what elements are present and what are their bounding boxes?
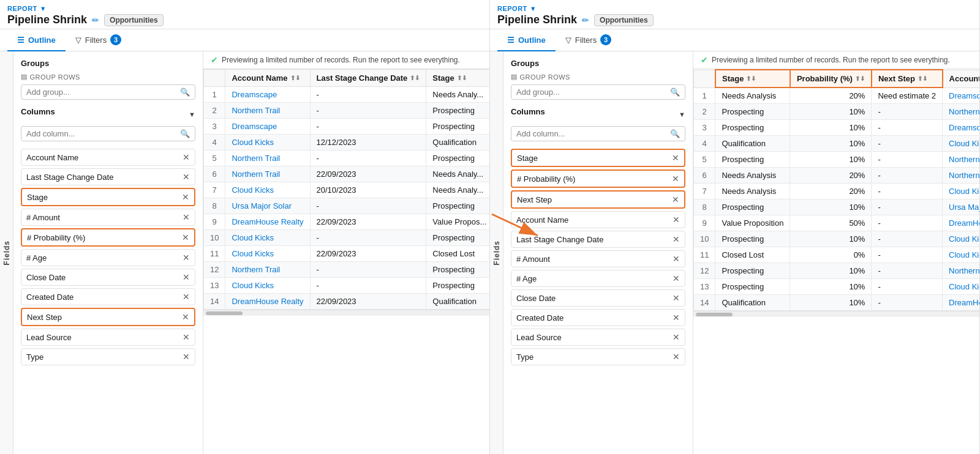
close-lead-source-left[interactable]: ✕ [183,332,190,342]
row-account[interactable]: Northern Trail [225,166,310,182]
row-account[interactable]: Northern Trail [943,168,979,184]
row-account[interactable]: Ursa Major Solar [943,199,979,215]
scroll-thumb-left[interactable] [206,311,243,315]
col-created-date-left[interactable]: Created Date ✕ [21,288,195,305]
row-account[interactable]: Northern Trail [943,263,979,279]
col-header-account-right[interactable]: Account Name ⬆⬇ [943,70,979,87]
tab-outline-right[interactable]: ☰ Outline [497,29,556,51]
row-account[interactable]: Dreamscape [943,120,979,136]
row-account[interactable]: DreamHouse Realty [943,215,979,231]
col-amount-right[interactable]: # Amount ✕ [511,250,685,267]
row-account[interactable]: DreamHouse Realty [225,214,310,230]
add-group-input-left[interactable] [26,87,176,97]
row-account[interactable]: Cloud Kicks [943,279,979,295]
tab-outline-left[interactable]: ☰ Outline [7,29,66,51]
scroll-thumb-right[interactable] [696,313,733,316]
close-created-date-left[interactable]: ✕ [183,292,190,302]
close-amount-left[interactable]: ✕ [183,212,190,222]
row-account[interactable]: Northern Trail [943,104,979,120]
col-close-date-left[interactable]: Close Date ✕ [21,269,195,286]
close-lead-source-right[interactable]: ✕ [673,332,680,342]
close-type-right[interactable]: ✕ [673,352,680,362]
close-close-date-left[interactable]: ✕ [183,272,190,282]
close-account-name-right[interactable]: ✕ [673,215,680,225]
row-account[interactable]: Cloud Kicks [225,135,310,151]
add-group-input-right[interactable] [516,87,666,97]
col-account-name-left[interactable]: Account Name ✕ [21,149,195,166]
edit-icon-right[interactable]: ✏ [582,15,589,25]
col-next-step-right[interactable]: Next Step ✕ [511,190,685,209]
col-type-left[interactable]: Type ✕ [21,348,195,365]
add-column-search-right[interactable]: 🔍 [511,126,685,141]
close-amount-right[interactable]: ✕ [673,254,680,264]
close-next-step-left[interactable]: ✕ [182,312,189,322]
row-account[interactable]: Cloud Kicks [225,246,310,262]
sort-icon-account-left[interactable]: ⬆⬇ [290,75,300,81]
add-group-search-left[interactable]: 🔍 [21,84,195,100]
sort-icon-lastchange-left[interactable]: ⬆⬇ [410,75,420,81]
close-type-left[interactable]: ✕ [183,352,190,362]
close-prob-left[interactable]: ✕ [182,233,189,242]
col-close-date-right[interactable]: Close Date ✕ [511,289,685,307]
row-account[interactable]: Northern Trail [225,262,310,278]
row-account[interactable]: DreamHouse Realty [225,294,310,310]
add-column-search-left[interactable]: 🔍 [21,126,195,141]
row-account[interactable]: Cloud Kicks [225,230,310,246]
row-account[interactable]: Ursa Major Solar [225,198,310,214]
close-age-right[interactable]: ✕ [673,274,680,283]
col-prob-left[interactable]: # Probability (%) ✕ [21,228,195,247]
col-amount-left[interactable]: # Amount ✕ [21,209,195,226]
col-header-nextstep-right[interactable]: Next Step ⬆⬇ [872,70,943,87]
close-stage-right[interactable]: ✕ [672,153,679,163]
row-account[interactable]: Cloud Kicks [943,231,979,247]
chevron-down-icon[interactable]: ▼ [40,5,47,12]
col-header-stage-right[interactable]: Stage ⬆⬇ [715,70,790,87]
sort-icon-nextstep-right[interactable]: ⬆⬇ [918,75,927,82]
close-next-step-right[interactable]: ✕ [672,195,679,204]
col-lead-source-left[interactable]: Lead Source ✕ [21,329,195,346]
row-account[interactable]: Dreamscape [225,87,310,103]
row-account[interactable]: Dreamscape [225,119,310,135]
close-prob-right[interactable]: ✕ [672,174,679,184]
row-account[interactable]: Northern Trail [225,151,310,166]
close-close-date-right[interactable]: ✕ [673,293,680,303]
col-stage-right[interactable]: Stage ✕ [511,149,685,167]
col-stage-left[interactable]: Stage ✕ [21,188,195,206]
col-header-prob-right[interactable]: Probability (%) ⬆⬇ [790,70,872,87]
close-stage-left[interactable]: ✕ [182,192,189,202]
col-prob-right[interactable]: # Probability (%) ✕ [511,169,685,188]
col-last-stage-right[interactable]: Last Stage Change Date ✕ [511,231,685,248]
chevron-down-icon-right[interactable]: ▼ [530,5,537,12]
col-next-step-left[interactable]: Next Step ✕ [21,308,195,326]
col-header-lastchange-left[interactable]: Last Stage Change Date ⬆⬇ [310,70,426,87]
sort-icon-stage-right[interactable]: ⬆⬇ [746,75,756,82]
col-lead-source-right[interactable]: Lead Source ✕ [511,329,685,346]
add-column-input-left[interactable] [26,129,176,138]
sort-icon-stage-left[interactable]: ⬆⬇ [457,75,467,81]
row-account[interactable]: Cloud Kicks [943,247,979,263]
col-type-right[interactable]: Type ✕ [511,348,685,365]
col-account-name-right[interactable]: Account Name ✕ [511,211,685,228]
columns-dropdown-right[interactable]: ▼ [679,111,685,118]
close-created-date-right[interactable]: ✕ [673,313,680,322]
edit-icon-left[interactable]: ✏ [92,15,99,25]
columns-dropdown-left[interactable]: ▼ [189,111,195,118]
sort-icon-prob-right[interactable]: ⬆⬇ [855,75,865,82]
row-account[interactable]: Cloud Kicks [225,278,310,294]
close-last-stage-right[interactable]: ✕ [673,234,680,244]
col-last-stage-left[interactable]: Last Stage Change Date ✕ [21,168,195,185]
close-account-name-left[interactable]: ✕ [183,152,190,162]
row-account[interactable]: DreamHouse Realty [943,295,979,311]
row-account[interactable]: Cloud Kicks [943,184,979,199]
close-last-stage-left[interactable]: ✕ [183,172,190,182]
row-account[interactable]: Northern Trail [225,103,310,119]
scrollbar-left[interactable] [203,310,489,316]
row-account[interactable]: Cloud Kicks [225,182,310,198]
tab-filters-left[interactable]: ▽ Filters 3 [66,29,131,51]
col-age-right[interactable]: # Age ✕ [511,270,685,287]
row-account[interactable]: Cloud Kicks [943,136,979,152]
add-group-search-right[interactable]: 🔍 [511,84,685,100]
scrollbar-right[interactable] [693,311,979,317]
row-account[interactable]: Northern Trail [943,152,979,168]
col-created-date-right[interactable]: Created Date ✕ [511,309,685,326]
